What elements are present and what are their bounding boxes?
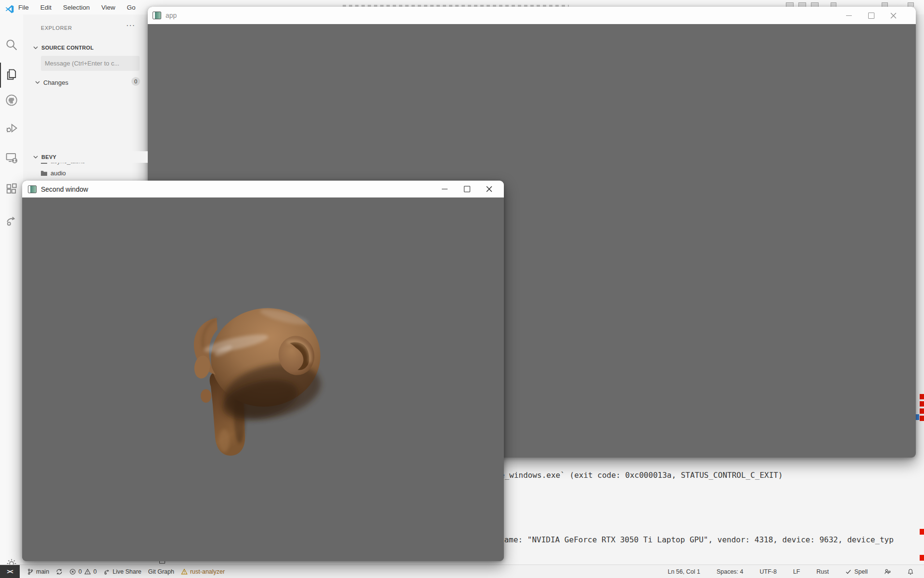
live-share-icon: [103, 568, 110, 575]
explorer-more-actions[interactable]: ···: [126, 21, 135, 30]
bell-icon: [907, 568, 914, 575]
second-window: Second window: [22, 181, 504, 561]
git-graph-item[interactable]: Git Graph: [145, 565, 178, 578]
rust-analyzer-item[interactable]: rust-analyzer: [178, 565, 228, 578]
live-share-icon[interactable]: [5, 214, 18, 227]
monkey-head-render: [22, 197, 504, 561]
chevron-down-icon: [32, 44, 39, 52]
error-marker: [920, 529, 924, 535]
minimize-button[interactable]: [434, 181, 456, 197]
menu-go[interactable]: Go: [127, 4, 136, 11]
search-icon[interactable]: [5, 38, 18, 52]
tree-item-label: audio: [51, 170, 66, 177]
cursor-position-item[interactable]: Ln 56, Col 1: [664, 565, 703, 578]
sync-icon: [56, 568, 63, 575]
changes-row[interactable]: Changes 0: [34, 77, 144, 88]
warning-count: 0: [93, 568, 97, 575]
app-window-icon: [153, 12, 161, 19]
errors-icon: [69, 568, 76, 575]
changes-label: Changes: [43, 79, 68, 86]
eol-item[interactable]: LF: [790, 565, 804, 578]
close-button[interactable]: [882, 7, 904, 24]
error-marker: [920, 394, 924, 399]
warning-icon: [181, 568, 188, 575]
second-window-titlebar[interactable]: Second window: [22, 181, 504, 197]
close-button[interactable]: [478, 181, 500, 197]
extensions-icon[interactable]: [5, 182, 18, 196]
active-view-indicator: [0, 63, 1, 88]
commit-message-input[interactable]: [41, 56, 140, 71]
section-source-control[interactable]: SOURCE CONTROL: [32, 42, 94, 53]
branch-icon: [27, 568, 34, 575]
error-marker: [920, 416, 924, 421]
run-debug-icon[interactable]: [5, 121, 18, 135]
menu-bar: File Edit Selection View Go: [18, 0, 136, 14]
minimize-button[interactable]: [838, 7, 860, 24]
second-window-icon: [28, 185, 37, 193]
bevy-3d-viewport[interactable]: [22, 197, 504, 561]
vscode-logo-icon: [5, 4, 14, 14]
notifications-item[interactable]: [904, 565, 917, 578]
menu-edit[interactable]: Edit: [40, 4, 51, 11]
check-icon: [845, 568, 852, 575]
activity-bar: [0, 14, 23, 565]
github-icon[interactable]: [5, 93, 18, 107]
status-bar: >< main 0 0: [0, 565, 924, 578]
indentation-item[interactable]: Spaces: 4: [713, 565, 747, 578]
chevron-down-icon: [32, 153, 39, 161]
chevron-down-icon: [34, 79, 41, 86]
error-count: 0: [78, 568, 82, 575]
tree-row-audio[interactable]: audio: [40, 168, 66, 178]
terminal-line-exit: e_windows.exe` (exit code: 0xc000013a, S…: [504, 471, 783, 480]
second-window-title: Second window: [41, 185, 88, 193]
menu-file[interactable]: File: [18, 4, 29, 11]
explorer-files-icon[interactable]: [5, 67, 18, 81]
encoding-item[interactable]: UTF-8: [756, 565, 780, 578]
folder-icon: [40, 170, 48, 176]
problems-item[interactable]: 0 0: [66, 565, 100, 578]
remote-indicator[interactable]: ><: [0, 565, 20, 578]
sync-item[interactable]: [52, 565, 66, 578]
menu-selection[interactable]: Selection: [63, 4, 90, 11]
feedback-item[interactable]: [881, 565, 894, 578]
error-marker: [920, 555, 924, 561]
maximize-button[interactable]: [860, 7, 882, 24]
app-window-titlebar[interactable]: app: [148, 7, 916, 24]
info-marker: [916, 414, 919, 420]
remote-explorer-icon[interactable]: [5, 151, 18, 164]
git-branch-item[interactable]: main: [24, 565, 52, 578]
bevy-title: BEVY: [41, 154, 56, 160]
spell-check-item[interactable]: Spell: [842, 565, 871, 578]
language-mode-item[interactable]: Rust: [813, 565, 833, 578]
app-window-title: app: [166, 12, 177, 19]
error-marker: [920, 408, 924, 414]
explorer-header: EXPLORER: [41, 25, 72, 31]
maximize-button[interactable]: [456, 181, 478, 197]
terminal-line-gpu: name: "NVIDIA GeForce RTX 3050 Ti Laptop…: [504, 535, 894, 544]
project-tree: BEVY async_tasks audio: [23, 148, 148, 181]
live-share-item[interactable]: Live Share: [100, 565, 145, 578]
source-control-title: SOURCE CONTROL: [41, 45, 94, 51]
section-bevy[interactable]: BEVY: [32, 151, 148, 163]
changes-count-badge: 0: [131, 77, 140, 86]
menu-view[interactable]: View: [102, 4, 116, 11]
person-feedback-icon: [884, 568, 891, 575]
warnings-icon: [84, 568, 91, 575]
error-marker: [920, 401, 924, 407]
